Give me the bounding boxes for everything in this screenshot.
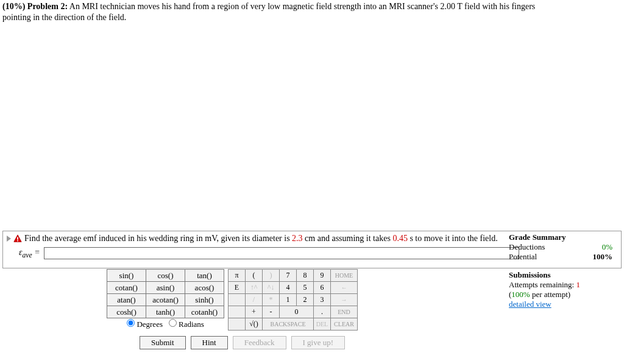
problem-percent: (10%) bbox=[2, 2, 25, 11]
key-left[interactable]: ← bbox=[331, 282, 358, 294]
part-container: Find the average emf induced in his wedd… bbox=[2, 231, 622, 268]
fn-cotan[interactable]: cotan() bbox=[107, 282, 146, 294]
key-caret-up[interactable]: ↑^ bbox=[246, 282, 263, 294]
detailed-view-link[interactable]: detailed view bbox=[509, 299, 551, 309]
key-2[interactable]: 2 bbox=[297, 294, 314, 306]
give-up-button[interactable]: I give up! bbox=[291, 336, 346, 349]
key-del[interactable]: DEL bbox=[314, 318, 331, 331]
key-7[interactable]: 7 bbox=[280, 270, 297, 282]
key-clear[interactable]: CLEAR bbox=[331, 318, 358, 331]
key-slash[interactable]: / bbox=[246, 294, 263, 306]
key-plus[interactable]: + bbox=[246, 306, 263, 318]
key-9[interactable]: 9 bbox=[314, 270, 331, 282]
key-8[interactable]: 8 bbox=[297, 270, 314, 282]
key-backspace[interactable]: BACKSPACE bbox=[263, 318, 314, 331]
key-right[interactable]: → bbox=[331, 294, 358, 306]
fn-tanh[interactable]: tanh() bbox=[146, 306, 185, 318]
fn-sinh[interactable]: sinh() bbox=[185, 294, 224, 306]
fn-tan[interactable]: tan() bbox=[185, 270, 224, 282]
fn-asin[interactable]: asin() bbox=[146, 282, 185, 294]
submissions-box: Submissions Attempts remaining: 1 (100% … bbox=[509, 270, 612, 309]
hint-button[interactable]: Hint bbox=[191, 336, 228, 349]
fn-cotanh[interactable]: cotanh() bbox=[185, 306, 224, 318]
key-pi[interactable]: π bbox=[229, 270, 246, 282]
key-blank3 bbox=[229, 318, 246, 331]
fn-cos[interactable]: cos() bbox=[146, 270, 185, 282]
key-minus[interactable]: - bbox=[263, 306, 280, 318]
warning-icon bbox=[13, 234, 22, 243]
key-blank2 bbox=[229, 306, 246, 318]
expand-icon[interactable] bbox=[7, 236, 11, 242]
question-text: Find the average emf induced in his wedd… bbox=[24, 234, 498, 243]
answer-input[interactable] bbox=[44, 247, 519, 259]
answer-variable: εave = bbox=[19, 248, 40, 259]
problem-text-b: pointing in the direction of the field. bbox=[2, 13, 126, 22]
key-3[interactable]: 3 bbox=[314, 294, 331, 306]
problem-label: Problem 2: bbox=[27, 2, 68, 11]
key-e[interactable]: E bbox=[229, 282, 246, 294]
fn-atan[interactable]: atan() bbox=[107, 294, 146, 306]
key-5[interactable]: 5 bbox=[297, 282, 314, 294]
function-pad: sin()cos()tan() cotan()asin()acos() atan… bbox=[107, 269, 224, 331]
fn-sin[interactable]: sin() bbox=[107, 270, 146, 282]
key-rparen[interactable]: ) bbox=[263, 270, 280, 282]
key-dot[interactable]: . bbox=[314, 306, 331, 318]
svg-rect-2 bbox=[17, 240, 18, 242]
key-lparen[interactable]: ( bbox=[246, 270, 263, 282]
key-blank bbox=[229, 294, 246, 306]
key-0[interactable]: 0 bbox=[280, 306, 314, 318]
svg-rect-1 bbox=[17, 237, 18, 239]
feedback-button[interactable]: Feedback bbox=[233, 336, 286, 349]
mode-radians[interactable]: Radians bbox=[169, 320, 204, 329]
fn-cosh[interactable]: cosh() bbox=[107, 306, 146, 318]
fn-acotan[interactable]: acotan() bbox=[146, 294, 185, 306]
key-home[interactable]: HOME bbox=[331, 270, 358, 282]
grade-summary: Grade Summary Deductions0% Potential100% bbox=[509, 233, 612, 262]
key-star[interactable]: * bbox=[263, 294, 280, 306]
mode-degrees[interactable]: Degrees bbox=[127, 320, 163, 329]
key-6[interactable]: 6 bbox=[314, 282, 331, 294]
key-4[interactable]: 4 bbox=[280, 282, 297, 294]
key-sqrt[interactable]: √() bbox=[246, 318, 263, 331]
number-pad: π ( ) 7 8 9 HOME E ↑^ ^↓ 4 5 6 ← / * bbox=[228, 269, 358, 331]
problem-text-a: An MRI technician moves his hand from a … bbox=[69, 2, 535, 11]
key-1[interactable]: 1 bbox=[280, 294, 297, 306]
key-caret-down[interactable]: ^↓ bbox=[263, 282, 280, 294]
fn-acos[interactable]: acos() bbox=[185, 282, 224, 294]
submit-button[interactable]: Submit bbox=[140, 336, 186, 349]
calculator: sin()cos()tan() cotan()asin()acos() atan… bbox=[107, 269, 358, 331]
key-end[interactable]: END bbox=[331, 306, 358, 318]
